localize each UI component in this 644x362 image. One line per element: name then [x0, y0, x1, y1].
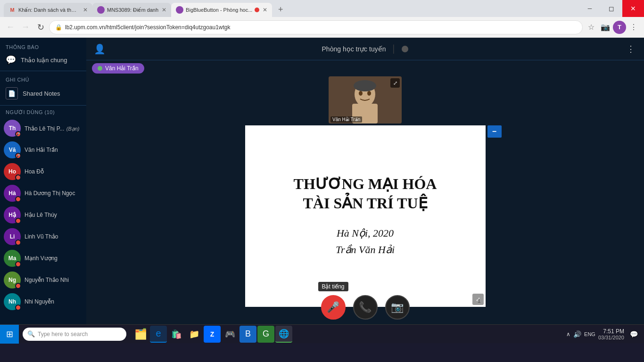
taskbar-app-chrome[interactable]: 🌐 [275, 326, 292, 343]
slide-container: THƯƠNG MẠI HÓA TÀI SẢN TRÍ TUỆ Hà Nội, 2… [245, 125, 486, 307]
taskbar-app-store[interactable]: 🛍️ [168, 326, 185, 343]
user-name-5: Linh Vũ Thảo [25, 233, 58, 240]
user-item-7[interactable]: Ng Nguyễn Thảo Nhi [0, 269, 86, 291]
taskbar-app-zalo[interactable]: Z [204, 326, 221, 343]
user-avatar-3: Hà [4, 185, 21, 202]
chat-label: Thảo luận chung [21, 57, 67, 64]
window-maximize-btn[interactable]: ◻ [601, 0, 622, 17]
user-avatar-1: Vă 🎤 [4, 141, 21, 158]
user-mic-status-7 [15, 283, 21, 289]
svg-point-4 [367, 91, 371, 96]
video-button[interactable]: 📷 [385, 295, 410, 320]
browser-tab-gmail[interactable]: M Khẩn: Danh sách và thời gian gi... ✕ [4, 3, 92, 17]
tray-up-arrow[interactable]: ∧ [566, 331, 570, 337]
user-name-3: Hà Dương Thị Ngọc [25, 190, 75, 197]
browser-tab-mns[interactable]: MNS3089: Điểm danh ✕ [92, 3, 171, 17]
user-item-5[interactable]: Li Linh Vũ Thảo [0, 226, 86, 247]
window-minimize-btn[interactable]: ─ [579, 0, 601, 17]
taskbar-app-folder[interactable]: 📁 [186, 326, 203, 343]
user-mic-status-8 [15, 304, 21, 311]
slide-minimize-button[interactable]: − [487, 125, 502, 138]
user-item-6[interactable]: Ma Mạnh Vượng [0, 247, 86, 269]
nav-back-button[interactable]: ← [4, 21, 17, 34]
users-label: NGƯỜI DÙNG (10) [0, 107, 86, 117]
phone-button[interactable]: 📞 [353, 295, 378, 320]
user-item-2[interactable]: Ho Hoa Đỗ [0, 161, 86, 182]
user-item-3[interactable]: Hà Hà Dương Thị Ngọc [0, 182, 86, 204]
browser-nav-bar: ← → ↻ 🔒 lb2.upm.com.vn/html5client/join?… [0, 17, 644, 38]
user-name-6: Mạnh Vượng [25, 255, 58, 262]
user-you-badge-0: (Bạn) [66, 126, 80, 132]
new-tab-button[interactable]: + [274, 3, 287, 16]
bookmark-icon[interactable]: ☆ [585, 21, 598, 34]
start-button[interactable]: ⊞ [0, 325, 19, 344]
camera-icon[interactable]: 📷 [599, 21, 612, 34]
bat-tieng-tooltip: Bật tiếng [318, 282, 348, 291]
nav-refresh-button[interactable]: ↻ [34, 21, 47, 34]
sidebar-item-shared-notes[interactable]: 📄 Shared Notes [0, 84, 86, 102]
mns-tab-icon [97, 6, 105, 14]
user-avatar-5: Li [4, 228, 21, 245]
user-item-4[interactable]: Hậ Hậu Lê Thúy [0, 204, 86, 226]
chrome-menu-icon[interactable]: ⋮ [627, 21, 640, 34]
search-icon: 🔍 [27, 330, 35, 337]
taskbar-app-edge[interactable]: e [150, 326, 167, 343]
address-bar[interactable]: 🔒 lb2.upm.com.vn/html5client/join?sessio… [49, 20, 583, 34]
record-dot [402, 46, 408, 52]
sidebar-item-chat[interactable]: 💬 Thảo luận chung [0, 52, 86, 68]
user-mic-status-2 [15, 174, 21, 181]
user-item-8[interactable]: Nh Nhi Nguyễn [0, 291, 86, 313]
taskbar-clock[interactable]: 7:51 PM 03/31/2020 [598, 328, 624, 340]
browser-chrome: M Khẩn: Danh sách và thời gian gi... ✕ M… [0, 0, 644, 38]
app-container: THÔNG BÁO 💬 Thảo luận chung GHI CHÚ 📄 Sh… [0, 38, 644, 324]
taskbar-app-green[interactable]: G [257, 326, 274, 343]
profile-avatar[interactable]: T [613, 21, 626, 34]
user-mic-status-6 [15, 261, 21, 267]
clock-date: 03/31/2020 [598, 335, 624, 340]
gmail-tab-close[interactable]: ✕ [83, 7, 88, 13]
video-name-label: Văn Hải Trần [330, 116, 362, 123]
room-title: Phòng học trực tuyến [322, 45, 386, 53]
nav-forward-button[interactable]: → [19, 21, 32, 34]
browser-tab-bbb[interactable]: BigBlueButton - Phòng hoc... ✕ [171, 3, 272, 17]
taskbar-app-gamepad[interactable]: 🎮 [222, 326, 239, 343]
slide-title: THƯƠNG MẠI HÓA TÀI SẢN TRÍ TUỆ [294, 174, 437, 214]
user-mic-status-1: 🎤 [15, 153, 21, 159]
taskbar-search[interactable]: 🔍 Type here to search [23, 328, 126, 341]
window-close-btn[interactable]: ✕ [622, 0, 644, 17]
mns-tab-close[interactable]: ✕ [162, 7, 166, 13]
user-item-1[interactable]: Vă 🎤 Văn Hải Trần [0, 139, 86, 161]
gmail-tab-icon: M [8, 6, 16, 14]
taskbar-app-file-explorer[interactable]: 🗂️ [132, 326, 149, 343]
user-icon-button[interactable]: 👤 [92, 41, 107, 57]
search-placeholder: Type here to search [38, 331, 88, 337]
user-avatar-0: Th 🎤 [4, 120, 21, 137]
mute-button[interactable]: 🎤 [321, 295, 346, 320]
gmail-tab-label: Khẩn: Danh sách và thời gian gi... [18, 7, 80, 13]
sidebar: THÔNG BÁO 💬 Thảo luận chung GHI CHÚ 📄 Sh… [0, 38, 86, 324]
slide-subtitle: Hà Nội, 2020 Trần Văn Hải [336, 225, 395, 258]
user-mic-status-5 [15, 239, 21, 246]
taskbar-tray: ∧ 🔊 ENG 7:51 PM 03/31/2020 💬 [562, 328, 644, 341]
tray-volume-icon[interactable]: 🔊 [573, 330, 581, 338]
taskbar-app-blue[interactable]: B [239, 326, 256, 343]
notes-label: GHI CHÚ [0, 74, 86, 84]
notes-section: GHI CHÚ 📄 Shared Notes [0, 72, 86, 104]
main-area: 👤 Phòng học trực tuyến │ ⋮ Văn Hải Trần [86, 38, 644, 324]
address-text: lb2.upm.com.vn/html5client/join?sessionT… [65, 24, 231, 31]
notification-button[interactable]: 💬 [627, 328, 640, 341]
bbb-tab-close[interactable]: ✕ [263, 7, 267, 13]
user-name-0: Thảo Lê Thị P... [25, 125, 64, 132]
slide-fullscreen-button[interactable]: ⤢ [472, 294, 484, 305]
user-name-4: Hậu Lê Thúy [25, 212, 57, 218]
user-name-1: Văn Hải Trần [25, 147, 58, 153]
user-item-0[interactable]: Th 🎤 Thảo Lê Thị P... (Bạn) [0, 117, 86, 139]
shared-notes-label: Shared Notes [23, 90, 60, 97]
sidebar-divider-1 [0, 71, 86, 71]
video-expand-button[interactable]: ⤢ [390, 78, 400, 88]
topbar-menu-button[interactable]: ⋮ [623, 41, 638, 57]
user-avatar-8: Nh [4, 293, 21, 310]
bbb-tab-label: BigBlueButton - Phòng hoc... [186, 7, 252, 13]
browser-tabs-bar: M Khẩn: Danh sách và thời gian gi... ✕ M… [0, 0, 644, 17]
user-avatar-7: Ng [4, 272, 21, 288]
